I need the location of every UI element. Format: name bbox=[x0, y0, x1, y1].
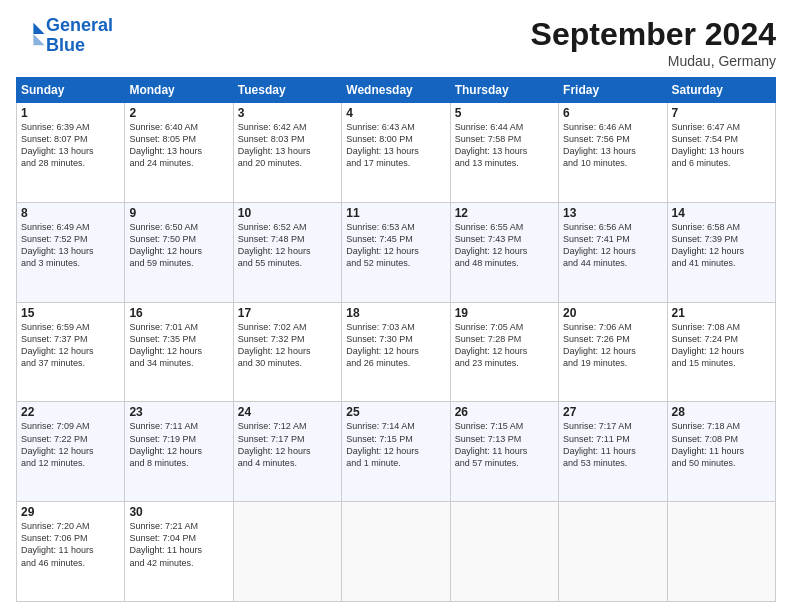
day-number: 1 bbox=[21, 106, 120, 120]
month-title: September 2024 bbox=[531, 16, 776, 53]
day-info: Sunrise: 7:03 AMSunset: 7:30 PMDaylight:… bbox=[346, 321, 445, 370]
day-info: Sunrise: 7:02 AMSunset: 7:32 PMDaylight:… bbox=[238, 321, 337, 370]
day-info: Sunrise: 6:50 AMSunset: 7:50 PMDaylight:… bbox=[129, 221, 228, 270]
day-number: 14 bbox=[672, 206, 771, 220]
day-info: Sunrise: 7:09 AMSunset: 7:22 PMDaylight:… bbox=[21, 420, 120, 469]
logo-icon bbox=[18, 20, 46, 48]
day-number: 17 bbox=[238, 306, 337, 320]
day-number: 22 bbox=[21, 405, 120, 419]
day-info: Sunrise: 7:14 AMSunset: 7:15 PMDaylight:… bbox=[346, 420, 445, 469]
day-number: 2 bbox=[129, 106, 228, 120]
day-number: 8 bbox=[21, 206, 120, 220]
day-info: Sunrise: 6:46 AMSunset: 7:56 PMDaylight:… bbox=[563, 121, 662, 170]
table-row: 21Sunrise: 7:08 AMSunset: 7:24 PMDayligh… bbox=[667, 302, 775, 402]
day-number: 23 bbox=[129, 405, 228, 419]
day-info: Sunrise: 7:12 AMSunset: 7:17 PMDaylight:… bbox=[238, 420, 337, 469]
table-row: 29Sunrise: 7:20 AMSunset: 7:06 PMDayligh… bbox=[17, 502, 125, 602]
col-tuesday: Tuesday bbox=[233, 78, 341, 103]
svg-marker-0 bbox=[33, 23, 44, 34]
day-info: Sunrise: 6:49 AMSunset: 7:52 PMDaylight:… bbox=[21, 221, 120, 270]
table-row: 28Sunrise: 7:18 AMSunset: 7:08 PMDayligh… bbox=[667, 402, 775, 502]
day-info: Sunrise: 7:08 AMSunset: 7:24 PMDaylight:… bbox=[672, 321, 771, 370]
day-info: Sunrise: 6:39 AMSunset: 8:07 PMDaylight:… bbox=[21, 121, 120, 170]
day-number: 15 bbox=[21, 306, 120, 320]
day-number: 28 bbox=[672, 405, 771, 419]
day-info: Sunrise: 7:18 AMSunset: 7:08 PMDaylight:… bbox=[672, 420, 771, 469]
table-row: 26Sunrise: 7:15 AMSunset: 7:13 PMDayligh… bbox=[450, 402, 558, 502]
day-info: Sunrise: 6:55 AMSunset: 7:43 PMDaylight:… bbox=[455, 221, 554, 270]
table-row: 3Sunrise: 6:42 AMSunset: 8:03 PMDaylight… bbox=[233, 103, 341, 203]
table-row: 30Sunrise: 7:21 AMSunset: 7:04 PMDayligh… bbox=[125, 502, 233, 602]
header: General Blue September 2024 Mudau, Germa… bbox=[16, 16, 776, 69]
day-number: 12 bbox=[455, 206, 554, 220]
table-row bbox=[667, 502, 775, 602]
calendar-week-row: 8Sunrise: 6:49 AMSunset: 7:52 PMDaylight… bbox=[17, 202, 776, 302]
day-info: Sunrise: 6:56 AMSunset: 7:41 PMDaylight:… bbox=[563, 221, 662, 270]
day-number: 16 bbox=[129, 306, 228, 320]
logo: General Blue bbox=[16, 16, 113, 56]
day-info: Sunrise: 6:53 AMSunset: 7:45 PMDaylight:… bbox=[346, 221, 445, 270]
day-number: 7 bbox=[672, 106, 771, 120]
svg-marker-1 bbox=[33, 34, 44, 45]
day-info: Sunrise: 7:15 AMSunset: 7:13 PMDaylight:… bbox=[455, 420, 554, 469]
day-info: Sunrise: 7:11 AMSunset: 7:19 PMDaylight:… bbox=[129, 420, 228, 469]
table-row: 17Sunrise: 7:02 AMSunset: 7:32 PMDayligh… bbox=[233, 302, 341, 402]
table-row: 6Sunrise: 6:46 AMSunset: 7:56 PMDaylight… bbox=[559, 103, 667, 203]
day-info: Sunrise: 6:47 AMSunset: 7:54 PMDaylight:… bbox=[672, 121, 771, 170]
day-number: 30 bbox=[129, 505, 228, 519]
day-info: Sunrise: 7:05 AMSunset: 7:28 PMDaylight:… bbox=[455, 321, 554, 370]
table-row: 24Sunrise: 7:12 AMSunset: 7:17 PMDayligh… bbox=[233, 402, 341, 502]
calendar-table: Sunday Monday Tuesday Wednesday Thursday… bbox=[16, 77, 776, 602]
table-row: 16Sunrise: 7:01 AMSunset: 7:35 PMDayligh… bbox=[125, 302, 233, 402]
day-number: 9 bbox=[129, 206, 228, 220]
col-wednesday: Wednesday bbox=[342, 78, 450, 103]
location: Mudau, Germany bbox=[531, 53, 776, 69]
day-number: 25 bbox=[346, 405, 445, 419]
calendar-week-row: 22Sunrise: 7:09 AMSunset: 7:22 PMDayligh… bbox=[17, 402, 776, 502]
table-row: 7Sunrise: 6:47 AMSunset: 7:54 PMDaylight… bbox=[667, 103, 775, 203]
day-info: Sunrise: 6:43 AMSunset: 8:00 PMDaylight:… bbox=[346, 121, 445, 170]
day-number: 4 bbox=[346, 106, 445, 120]
day-number: 6 bbox=[563, 106, 662, 120]
day-number: 29 bbox=[21, 505, 120, 519]
day-info: Sunrise: 6:58 AMSunset: 7:39 PMDaylight:… bbox=[672, 221, 771, 270]
table-row: 12Sunrise: 6:55 AMSunset: 7:43 PMDayligh… bbox=[450, 202, 558, 302]
day-info: Sunrise: 6:40 AMSunset: 8:05 PMDaylight:… bbox=[129, 121, 228, 170]
day-info: Sunrise: 7:21 AMSunset: 7:04 PMDaylight:… bbox=[129, 520, 228, 569]
day-info: Sunrise: 7:17 AMSunset: 7:11 PMDaylight:… bbox=[563, 420, 662, 469]
page: General Blue September 2024 Mudau, Germa… bbox=[0, 0, 792, 612]
table-row: 27Sunrise: 7:17 AMSunset: 7:11 PMDayligh… bbox=[559, 402, 667, 502]
day-info: Sunrise: 7:06 AMSunset: 7:26 PMDaylight:… bbox=[563, 321, 662, 370]
table-row: 9Sunrise: 6:50 AMSunset: 7:50 PMDaylight… bbox=[125, 202, 233, 302]
day-info: Sunrise: 6:52 AMSunset: 7:48 PMDaylight:… bbox=[238, 221, 337, 270]
logo-blue: Blue bbox=[46, 35, 85, 55]
table-row: 10Sunrise: 6:52 AMSunset: 7:48 PMDayligh… bbox=[233, 202, 341, 302]
day-number: 10 bbox=[238, 206, 337, 220]
day-info: Sunrise: 6:44 AMSunset: 7:58 PMDaylight:… bbox=[455, 121, 554, 170]
day-number: 3 bbox=[238, 106, 337, 120]
table-row: 20Sunrise: 7:06 AMSunset: 7:26 PMDayligh… bbox=[559, 302, 667, 402]
logo-general: General bbox=[46, 15, 113, 35]
col-sunday: Sunday bbox=[17, 78, 125, 103]
day-info: Sunrise: 6:59 AMSunset: 7:37 PMDaylight:… bbox=[21, 321, 120, 370]
table-row: 14Sunrise: 6:58 AMSunset: 7:39 PMDayligh… bbox=[667, 202, 775, 302]
logo-text: General Blue bbox=[46, 16, 113, 56]
table-row: 11Sunrise: 6:53 AMSunset: 7:45 PMDayligh… bbox=[342, 202, 450, 302]
table-row bbox=[450, 502, 558, 602]
table-row: 5Sunrise: 6:44 AMSunset: 7:58 PMDaylight… bbox=[450, 103, 558, 203]
table-row bbox=[233, 502, 341, 602]
day-number: 24 bbox=[238, 405, 337, 419]
table-row: 4Sunrise: 6:43 AMSunset: 8:00 PMDaylight… bbox=[342, 103, 450, 203]
table-row: 22Sunrise: 7:09 AMSunset: 7:22 PMDayligh… bbox=[17, 402, 125, 502]
col-thursday: Thursday bbox=[450, 78, 558, 103]
calendar-week-row: 1Sunrise: 6:39 AMSunset: 8:07 PMDaylight… bbox=[17, 103, 776, 203]
day-number: 5 bbox=[455, 106, 554, 120]
calendar-week-row: 29Sunrise: 7:20 AMSunset: 7:06 PMDayligh… bbox=[17, 502, 776, 602]
table-row: 13Sunrise: 6:56 AMSunset: 7:41 PMDayligh… bbox=[559, 202, 667, 302]
table-row bbox=[342, 502, 450, 602]
col-saturday: Saturday bbox=[667, 78, 775, 103]
day-number: 19 bbox=[455, 306, 554, 320]
day-number: 27 bbox=[563, 405, 662, 419]
day-number: 21 bbox=[672, 306, 771, 320]
col-friday: Friday bbox=[559, 78, 667, 103]
